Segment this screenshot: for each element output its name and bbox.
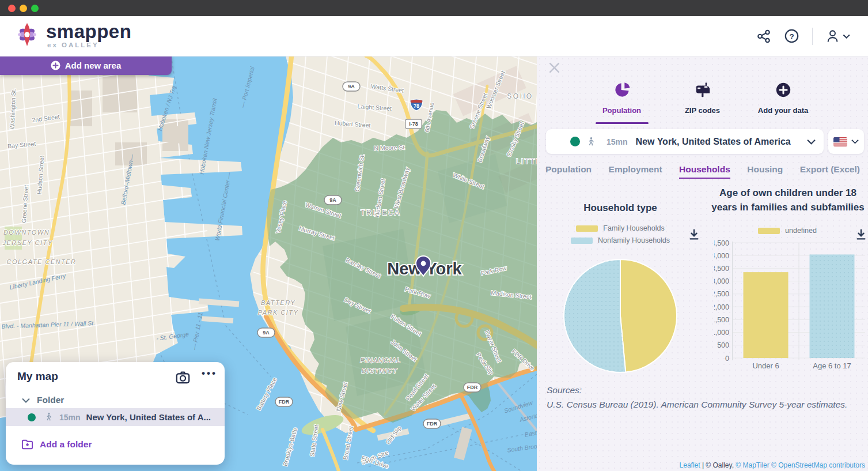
zoom-window-button[interactable] [31,5,39,12]
shield-oval-fdr: FDR [464,383,481,392]
add-new-area-label: Add new area [65,61,122,70]
svg-text:I-78: I-78 [409,121,418,127]
pie-legend: Family HouseholdsNonfamily Households [545,224,696,244]
legend-item: undefined [758,227,817,235]
area-color-dot [570,137,580,146]
map-label-district: DISTRICT [362,367,398,374]
tab-add-your-data[interactable]: Add your data [757,81,810,124]
data-panel: PopulationZIP codesAdd your data 15mn Ne… [537,56,868,471]
map-label-soho: SOHO [507,92,533,100]
bar-chart-title: Age of own children under 18 years in fa… [711,186,865,214]
pie-icon [613,81,631,101]
minimize-window-button[interactable] [20,5,27,12]
subtab-employment[interactable]: Employment [609,164,662,179]
pie-chart [560,256,680,378]
chevron-down-icon [807,139,816,145]
add-new-area-button[interactable]: Add new area [0,56,172,75]
tab-label: Population [602,106,641,115]
svg-text:FDR: FDR [279,399,290,405]
plus-circle-icon [51,61,60,70]
area-name: New York, United States of A... [86,412,217,422]
sources-label: Sources: [547,383,847,398]
map-attribution: Leaflet | © Oalley, © MapTiler © OpenStr… [680,461,865,469]
chevron-down-icon [22,398,30,403]
smappen-logo: smappen ex OALLEY [14,20,131,50]
pie-chart-title: Household type [545,202,696,214]
map-label-financial: FINANCIAL [361,357,401,364]
pie-slice-family-households [620,259,677,372]
close-panel-icon[interactable] [548,62,560,76]
close-window-button[interactable] [8,5,16,12]
svg-text:500: 500 [717,341,729,349]
svg-text:1,500: 1,500 [714,316,729,324]
osm-link[interactable]: © OpenStreetMap contributors [771,461,865,469]
area-color-dot [28,413,36,421]
shield-oval-fdr: FDR [423,419,441,428]
app-header: smappen ex OALLEY ? [0,16,868,56]
map-label-washington-st: Washington St. [9,88,17,129]
legend-item: Nonfamily Households [571,236,670,244]
svg-text:9A: 9A [263,330,270,336]
user-menu[interactable] [825,29,852,44]
tab-zip-codes[interactable]: ZIP codes [676,81,729,124]
legend-item: Family Households [576,224,664,232]
mailbox-icon [694,81,711,101]
share-icon[interactable] [756,29,771,44]
subtab-households[interactable]: Households [679,164,730,179]
brand-name: smappen [46,22,131,41]
tab-population[interactable]: Population [596,81,649,124]
folder-toggle[interactable]: Folder [22,395,64,405]
map-label-jersey-city: JERSEY CITY [2,239,52,246]
add-folder-button[interactable]: Add a folder [21,438,92,451]
add-folder-label: Add a folder [40,439,92,450]
more-options-icon[interactable]: ••• [202,368,217,379]
walking-icon [586,137,596,147]
tab-label: ZIP codes [685,106,720,115]
map-label-park-city: PARK CITY [258,309,299,316]
shield-oval-fdr: FDR [275,397,293,406]
map-label-downtown: DOWNTOWN [3,229,50,236]
svg-text:3,000: 3,000 [714,277,729,285]
map-label-n-moore-st: N Moore St [374,144,405,152]
selector-area-name: New York, United States of America [636,137,801,147]
folder-label: Folder [37,395,64,405]
camera-icon[interactable] [175,370,191,385]
my-map-card: My map ••• Folder 15mn New York, United … [6,362,225,465]
area-duration: 15mn [59,413,81,422]
help-icon[interactable]: ? [784,28,799,44]
svg-text:4,000: 4,000 [714,252,729,260]
svg-text:9A: 9A [348,84,355,89]
tab-label: Add your data [758,106,808,115]
svg-text:9A: 9A [329,197,336,203]
subtab-population[interactable]: Population [545,164,592,179]
svg-text:4,500: 4,500 [714,239,729,247]
svg-text:Under 6: Under 6 [752,361,779,370]
svg-text:1,000: 1,000 [714,329,729,337]
country-selector[interactable] [828,129,864,154]
walking-icon [44,412,54,422]
maptiler-link[interactable]: © MapTiler [736,461,771,469]
svg-text:Age 6 to 17: Age 6 to 17 [813,361,851,370]
shield-oval-9a: 9A [324,195,342,205]
area-selector-dropdown[interactable]: 15mn New York, United States of America [546,129,824,154]
area-list-item-selected[interactable]: 15mn New York, United States of A... [6,408,225,426]
subtab-export-excel[interactable]: Export (Excel) [800,164,860,179]
svg-text:0: 0 [725,355,729,363]
leaflet-link[interactable]: Leaflet [680,461,700,469]
svg-text:78: 78 [414,103,419,109]
bar-chart: 05001,0001,5002,0002,5003,0003,5004,0004… [714,239,867,375]
sources-text: U.S. Census Bureau (2019). American Comm… [547,398,847,412]
subtab-housing[interactable]: Housing [747,164,783,179]
svg-text:?: ? [789,32,794,41]
selector-duration: 15mn [607,137,628,146]
brand-subtitle: ex OALLEY [47,42,131,49]
svg-text:2,000: 2,000 [714,303,729,311]
shield-oval-9a: 9A [343,82,360,91]
plus-icon [775,81,792,101]
oalley-credit: | © Oalley, [700,461,736,469]
window-titlebar [0,0,868,16]
svg-text:3,500: 3,500 [714,265,729,273]
map-label-battery: BATTERY [261,299,295,306]
download-pie-icon[interactable] [688,228,700,243]
header-divider [812,28,813,45]
